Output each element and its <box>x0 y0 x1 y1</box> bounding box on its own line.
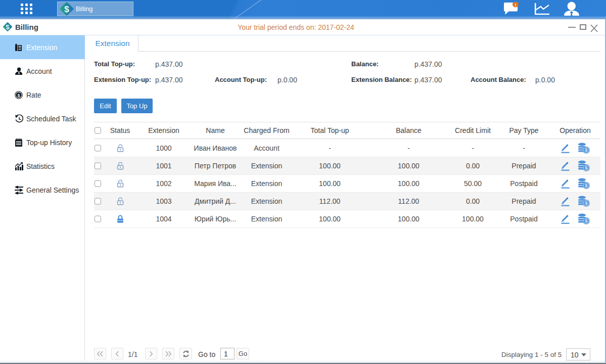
svg-text:$: $ <box>585 218 587 223</box>
svg-text:$: $ <box>585 165 587 170</box>
svg-text:$: $ <box>585 183 587 188</box>
svg-text:$: $ <box>585 201 587 206</box>
svg-text:$: $ <box>64 5 69 14</box>
svg-text:$: $ <box>585 148 587 153</box>
svg-text:!: ! <box>515 3 517 8</box>
svg-text:$: $ <box>17 93 20 98</box>
